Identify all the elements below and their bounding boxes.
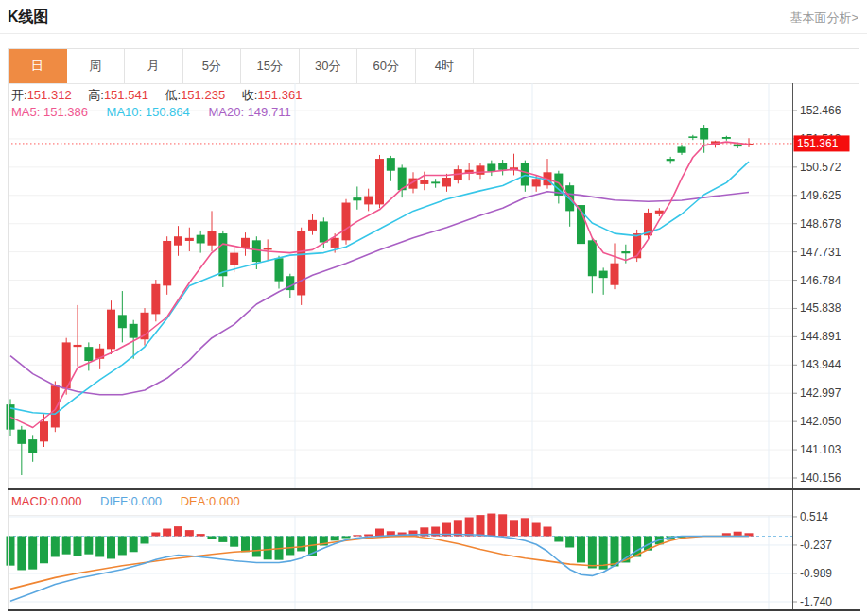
macd-bar [544, 527, 552, 537]
candle-body [353, 197, 361, 200]
macd-bar [163, 529, 171, 537]
candle-body [308, 220, 317, 231]
macd-bar [521, 518, 529, 536]
price-tick-label: 150.572 [800, 161, 841, 174]
candle-body [151, 284, 160, 315]
macd-bar [28, 537, 37, 570]
candle-body [241, 238, 250, 248]
price-tick-label: 141.103 [800, 443, 841, 456]
candle-body [700, 128, 708, 140]
price-tick-label: 149.625 [800, 189, 841, 202]
candle-body [688, 136, 697, 138]
candle-body [431, 181, 440, 183]
candle-body [532, 179, 541, 186]
price-tick-label: 142.050 [800, 415, 841, 428]
open-label: 开: [11, 88, 27, 102]
candle-body [442, 178, 451, 186]
macd-bar [588, 537, 597, 569]
ma-legend: MA5: 151.386 MA10: 150.864 MA20: 149.711 [11, 105, 306, 119]
macd-bar [364, 535, 373, 537]
candle-body [498, 163, 507, 170]
open-value: 151.312 [27, 88, 72, 102]
close-value: 151.361 [257, 88, 302, 102]
candle-body [722, 137, 731, 139]
candle-body [375, 159, 384, 204]
macd-bar [510, 520, 518, 536]
candle-body [667, 159, 675, 161]
candle-body [252, 240, 261, 262]
price-tick-label: 144.891 [800, 330, 841, 343]
macd-bar [51, 537, 60, 557]
candle-body [734, 145, 742, 147]
price-tick-label: 142.997 [800, 386, 841, 400]
price-axis: 152.466151.519150.572149.625148.678147.7… [792, 104, 841, 608]
candle-body [331, 238, 339, 248]
macd-bar [241, 537, 250, 553]
price-tick-label: 148.678 [800, 217, 841, 231]
macd-bar [264, 537, 272, 560]
macd-bar [118, 537, 127, 556]
ma5-legend: MA5: 151.386 [11, 105, 88, 119]
macd-bar [74, 537, 82, 556]
macd-bar [297, 537, 305, 552]
ma20-legend: MA20: 149.711 [208, 105, 290, 119]
candle-body [185, 238, 194, 241]
macd-bar [185, 530, 194, 536]
price-tick-label: 145.838 [800, 301, 841, 315]
macd-bar [174, 526, 182, 536]
price-tick-label: 140.156 [800, 471, 841, 485]
high-label: 高: [88, 88, 104, 102]
candle-body [107, 310, 115, 350]
macd-bar [40, 537, 48, 564]
macd-bar [487, 514, 495, 537]
candle-body [218, 233, 227, 276]
candle-body [477, 165, 485, 174]
candle-body [264, 248, 272, 250]
macd-bar [130, 537, 138, 553]
macd-bar [107, 537, 115, 559]
low-value: 151.235 [181, 88, 225, 102]
candle-body [118, 315, 127, 328]
macd-bar [353, 535, 361, 536]
macd-bar [532, 523, 541, 537]
candle-body [230, 253, 238, 265]
macd-bar [7, 537, 15, 566]
macd-bar [17, 537, 26, 571]
macd-histogram [7, 514, 754, 571]
macd-bar [62, 537, 71, 555]
candle-body [17, 430, 26, 444]
macd-bar [375, 529, 384, 537]
macd-bar [342, 537, 351, 539]
candle-body [197, 235, 205, 244]
macd-bar [230, 537, 238, 547]
macd-tick-label: -0.237 [800, 539, 832, 552]
macd-bar [286, 537, 294, 556]
high-value: 151.541 [104, 88, 148, 102]
candle-body [599, 271, 608, 279]
ma20-line [10, 192, 749, 395]
ohlc-legend: 开:151.312 高:151.541 低:151.235 收:151.361 [11, 87, 315, 104]
price-tick-label: 143.944 [800, 358, 841, 371]
candle-body [342, 203, 351, 241]
macd-bar [218, 537, 227, 542]
macd-value-legend: MACD:0.000 [11, 494, 81, 508]
candle-body [28, 439, 37, 453]
candle-body [40, 421, 48, 441]
macd-bar [141, 537, 149, 544]
dea-value-legend: DEA:0.000 [181, 494, 240, 508]
candle-body [174, 236, 182, 245]
candle-body [633, 233, 641, 258]
candle-body [163, 241, 171, 285]
candle-body [487, 163, 495, 171]
macd-bar [197, 534, 205, 536]
macd-bar [252, 537, 261, 557]
macd-bar [498, 514, 507, 536]
macd-bar [208, 537, 217, 539]
macd-legend: MACD:0.000 DIFF:0.000 DEA:0.000 [11, 494, 255, 508]
macd-tick-label: -1.740 [800, 595, 832, 608]
candle-body [84, 347, 93, 361]
macd-bar [477, 515, 485, 536]
candle-body [74, 345, 82, 347]
candle-body [297, 231, 305, 296]
macd-bar [465, 518, 474, 537]
